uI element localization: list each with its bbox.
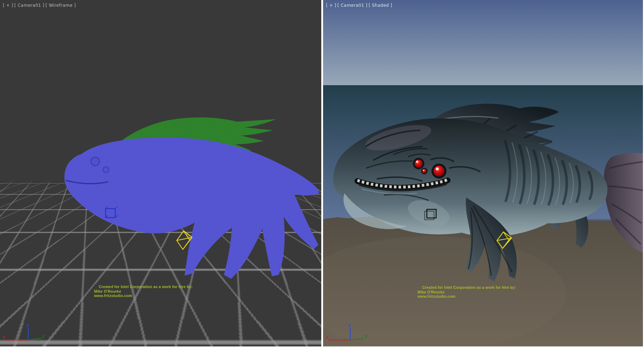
dual-viewport-canvas: [ + ] [ Camera01 ] [ Wireframe ] Created… <box>0 0 644 350</box>
axis-y-label: y <box>42 333 45 338</box>
axis-z-label: z <box>348 323 351 328</box>
viewport-shading-menu[interactable]: [ Shaded ] <box>369 3 392 8</box>
viewport-shading-menu[interactable]: [ Wireframe ] <box>45 3 76 8</box>
fish-eye-small-wireframe <box>103 167 109 173</box>
viewport-pov-menu[interactable]: [ Camera01 ] <box>337 3 367 8</box>
sky-backdrop <box>323 0 643 85</box>
axis-x-label: x <box>3 335 5 340</box>
viewport-general-menu[interactable]: [ + ] <box>326 3 336 8</box>
viewport-pov-menu[interactable]: [ Camera01 ] <box>14 3 44 8</box>
world-axis-tripod: x z y <box>1 322 49 344</box>
viewport-shaded[interactable]: [ + ] [ Camera01 ] [ Shaded ] Created fo… <box>323 0 643 346</box>
viewport-general-menu[interactable]: [ + ] <box>3 3 13 8</box>
viewport-label-left: [ + ] [ Camera01 ] [ Wireframe ] <box>3 3 76 8</box>
fish-eye-wireframe <box>91 157 99 166</box>
axis-z-label: z <box>26 323 29 328</box>
viewport-wireframe[interactable]: [ + ] [ Camera01 ] [ Wireframe ] Created… <box>0 0 321 346</box>
axis-y-label: y <box>365 334 367 339</box>
fish-model-wireframe[interactable] <box>61 115 321 286</box>
viewport-label-right: [ + ] [ Camera01 ] [ Shaded ] <box>326 3 392 8</box>
world-axis-tripod: x z y <box>325 322 372 344</box>
axis-x-label: x <box>326 335 328 340</box>
